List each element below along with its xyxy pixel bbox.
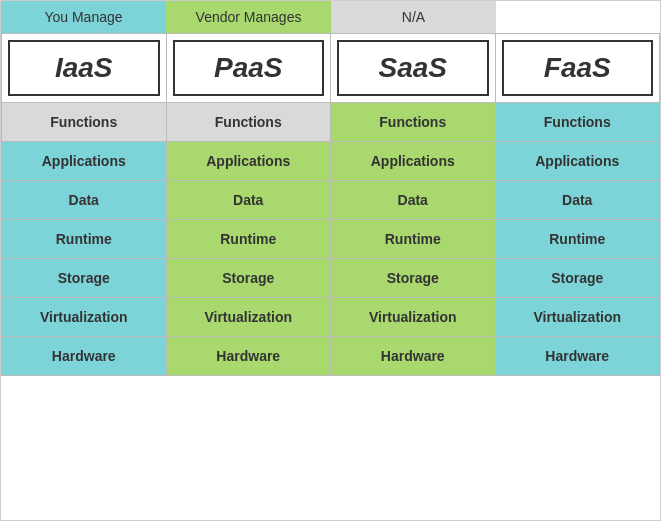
legend-vendor-manages: Vendor Manages <box>166 1 331 33</box>
legend-na: N/A <box>331 1 496 33</box>
cell-iaas-data: Data <box>2 180 166 219</box>
cell-faas-functions: Functions <box>496 102 660 141</box>
column-iaas: IaaSFunctionsApplicationsDataRuntimeStor… <box>1 34 167 375</box>
main-grid: IaaSFunctionsApplicationsDataRuntimeStor… <box>1 34 660 376</box>
header-paas: PaaS <box>173 40 325 96</box>
cell-saas-data: Data <box>331 180 495 219</box>
cell-saas-functions: Functions <box>331 102 495 141</box>
cell-paas-storage: Storage <box>167 258 331 297</box>
cell-faas-virtualization: Virtualization <box>496 297 660 336</box>
cell-iaas-runtime: Runtime <box>2 219 166 258</box>
cell-saas-hardware: Hardware <box>331 336 495 375</box>
cell-iaas-functions: Functions <box>2 102 166 141</box>
cell-paas-data: Data <box>167 180 331 219</box>
cell-faas-runtime: Runtime <box>496 219 660 258</box>
header-iaas: IaaS <box>8 40 160 96</box>
cell-paas-hardware: Hardware <box>167 336 331 375</box>
cell-faas-applications: Applications <box>496 141 660 180</box>
cell-faas-hardware: Hardware <box>496 336 660 375</box>
cell-iaas-applications: Applications <box>2 141 166 180</box>
cell-paas-applications: Applications <box>167 141 331 180</box>
cell-paas-runtime: Runtime <box>167 219 331 258</box>
cell-saas-applications: Applications <box>331 141 495 180</box>
cell-faas-data: Data <box>496 180 660 219</box>
header-saas: SaaS <box>337 40 489 96</box>
cell-iaas-virtualization: Virtualization <box>2 297 166 336</box>
column-paas: PaaSFunctionsApplicationsDataRuntimeStor… <box>167 34 332 375</box>
legend-you-manage: You Manage <box>1 1 166 33</box>
cell-paas-virtualization: Virtualization <box>167 297 331 336</box>
cell-paas-functions: Functions <box>167 102 331 141</box>
cell-iaas-storage: Storage <box>2 258 166 297</box>
column-saas: SaaSFunctionsApplicationsDataRuntimeStor… <box>331 34 496 375</box>
cell-saas-runtime: Runtime <box>331 219 495 258</box>
legend-row: You Manage Vendor Manages N/A <box>1 1 660 34</box>
cell-iaas-hardware: Hardware <box>2 336 166 375</box>
column-faas: FaaSFunctionsApplicationsDataRuntimeStor… <box>496 34 661 375</box>
header-faas: FaaS <box>502 40 654 96</box>
cell-faas-storage: Storage <box>496 258 660 297</box>
cell-saas-storage: Storage <box>331 258 495 297</box>
cell-saas-virtualization: Virtualization <box>331 297 495 336</box>
